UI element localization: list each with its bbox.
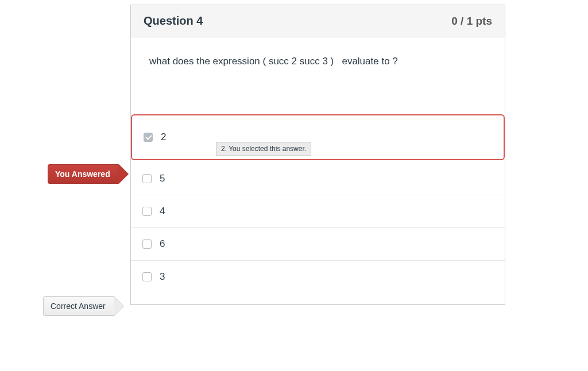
question-points: 0 / 1 pts: [451, 15, 492, 28]
answer-label: 5: [160, 173, 165, 184]
answer-option-4[interactable]: 4: [131, 195, 505, 228]
you-answered-flag: You Answered: [48, 164, 119, 184]
question-header: Question 4 0 / 1 pts: [131, 5, 505, 37]
checkbox-icon: [142, 207, 152, 216]
answer-option-3[interactable]: 3: [131, 261, 505, 293]
flag-label: You Answered: [55, 169, 110, 179]
answer-option-6[interactable]: 6: [131, 228, 505, 261]
checkbox-icon: [142, 239, 152, 249]
question-title: Question 4: [144, 14, 203, 28]
question-text: what does the expression ( succ 2 succ 3…: [149, 55, 486, 68]
answers-list: 2 2. You selected this answer. 5 4 6 3: [131, 114, 505, 304]
answer-label: 3: [160, 271, 165, 283]
checkbox-icon: [142, 272, 152, 281]
selection-tooltip: 2. You selected this answer.: [216, 142, 311, 156]
checkbox-icon: [142, 174, 152, 183]
answer-label: 6: [160, 238, 165, 250]
answer-option-5[interactable]: 5: [131, 163, 505, 195]
answer-option-2[interactable]: 2 2. You selected this answer.: [131, 114, 505, 160]
answer-label: 2: [161, 132, 166, 143]
correct-answer-flag: Correct Answer: [43, 296, 114, 316]
checkbox-icon: [144, 133, 153, 142]
question-container: Question 4 0 / 1 pts what does the expre…: [130, 5, 505, 305]
question-body: what does the expression ( succ 2 succ 3…: [131, 37, 505, 114]
flag-label: Correct Answer: [51, 302, 106, 311]
answer-label: 4: [160, 206, 165, 217]
